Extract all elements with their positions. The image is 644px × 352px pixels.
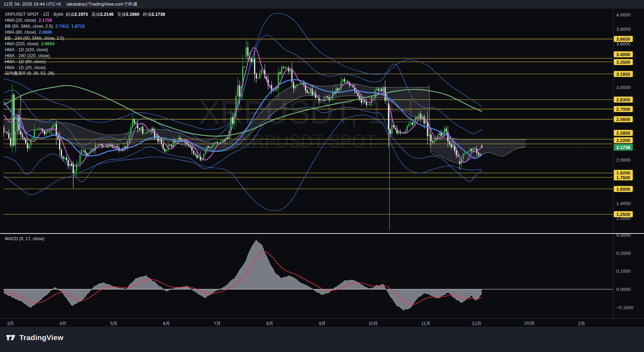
- time-axis-label[interactable]: 2026: [524, 320, 535, 326]
- time-axis-label[interactable]: 11月: [421, 320, 431, 327]
- time-axis-label[interactable]: 9月: [319, 320, 326, 327]
- level-price-label: 3.1850: [614, 71, 633, 77]
- ohlc-pair: 高値2.2146: [91, 12, 113, 18]
- indicator-name: BB · 240 (50, SMA, close, 2.5): [5, 36, 64, 41]
- indicator-value: 1.8715: [71, 24, 85, 29]
- indicator-value: 2.0686: [39, 30, 52, 35]
- pane-separator[interactable]: [0, 233, 644, 234]
- time-axis-label[interactable]: 5月: [111, 320, 118, 327]
- indicator-row[interactable]: HMA (20, close)2.1756: [5, 18, 165, 23]
- indicator-row[interactable]: HMA · 240 (320, close): [5, 53, 165, 59]
- current-price-label: 2.1738: [614, 144, 633, 151]
- ohlc-values: 始値2.1973高値2.2146安値2.1660終値2.1738: [66, 12, 165, 18]
- indicator-name: HMA (320, close): [5, 41, 39, 46]
- tradingview-logo[interactable]: TradingView: [6, 332, 64, 343]
- indicator-row[interactable]: HMA (320, close)2.6684: [5, 41, 165, 47]
- time-axis-label[interactable]: 8月: [266, 320, 273, 327]
- tradingview-chart-app: 12月 04, 2025 16:44 UTC+9、 takatabaがTradi…: [0, 0, 644, 352]
- time-axis-label[interactable]: 10月: [369, 320, 378, 327]
- macd-area: [4, 240, 482, 310]
- level-price-label: 3.4000: [614, 52, 633, 57]
- time-axis-label[interactable]: 7月: [214, 320, 221, 327]
- indicator-name: HMA · 1D (20, close): [5, 65, 46, 70]
- price-axis-label: 2.0000: [616, 157, 631, 163]
- level-price-label: 2.7000: [614, 106, 633, 112]
- level-price-label: 1.7600: [614, 174, 633, 180]
- indicator-name: BB (50, SMA, close, 2.5): [5, 24, 53, 29]
- indicator-row[interactable]: BB · 240 (50, SMA, close, 2.5): [5, 35, 165, 41]
- indicator-row[interactable]: HMA (80, close)2.0686: [5, 29, 165, 35]
- indicator-name: HMA · 240 (320, close): [5, 53, 50, 58]
- indicator-name: 目均衡表® (9, 26, 52, 26): [5, 70, 54, 76]
- time-axis-label[interactable]: 3月: [7, 320, 14, 327]
- level-price-label: 1.6000: [614, 186, 633, 192]
- macd-legend[interactable]: MACD (9, 17, close): [5, 236, 45, 241]
- macd-legend-text: MACD (9, 17, close): [5, 236, 45, 241]
- indicator-value: 2.7412: [55, 24, 69, 29]
- indicator-value: 2.6684: [41, 41, 54, 46]
- indicator-row[interactable]: HMA · 1D (80, close): [5, 59, 165, 65]
- level-price-label: 2.5600: [614, 116, 633, 122]
- macd-axis-label: 0.1000: [616, 269, 631, 274]
- indicator-row[interactable]: HMA · 1D (320, close): [5, 47, 165, 53]
- indicator-value: 2.1756: [39, 18, 52, 23]
- macd-axis-label: −0.1000: [616, 305, 633, 310]
- watermark-market: XRPUSDT SPOT: [240, 131, 376, 151]
- footer-bar: [0, 327, 644, 352]
- tradingview-logo-icon: [6, 332, 16, 343]
- level-price-label: 1.2500: [614, 211, 633, 217]
- ohlc-pair: 終値2.1738: [143, 12, 165, 18]
- indicator-row[interactable]: 目均衡表® (9, 26, 52, 26): [5, 70, 165, 76]
- time-axis-label[interactable]: 6月: [163, 320, 170, 327]
- indicator-name: HMA · 1D (80, close): [5, 59, 46, 64]
- time-axis-label[interactable]: 12月: [472, 320, 482, 327]
- price-axis-label: 4.0000: [616, 12, 631, 18]
- level-price-label: 2.2200: [614, 137, 633, 143]
- ohlc-pair: 安値2.1660: [117, 12, 139, 18]
- level-price-label: 2.2850: [614, 130, 633, 136]
- indicator-row[interactable]: HMA · 1D (20, close): [5, 65, 165, 70]
- macd-axis-label: 0.2000: [616, 250, 631, 256]
- macd-axis-label: 0.0000: [616, 287, 631, 292]
- level-price-label: 3.6650: [614, 36, 633, 42]
- price-axis-label: 1.4000: [616, 201, 631, 206]
- ohlc-pair: 始値2.1973: [66, 12, 88, 18]
- indicator-name: HMA · 1D (320, close): [5, 47, 48, 52]
- indicator-name: HMA (80, close): [5, 30, 36, 35]
- level-price-label: 2.8300: [614, 97, 633, 103]
- time-axis-label[interactable]: 4月: [60, 320, 67, 327]
- indicator-row[interactable]: BB (50, SMA, close, 2.5)2.74121.8715: [5, 23, 165, 29]
- time-axis-label[interactable]: 2月: [578, 320, 585, 327]
- indicator-legend: XRPUSDT SPOT · 1日 · Bybit始値2.1973高値2.214…: [5, 12, 165, 76]
- time-axis-separator: [0, 318, 644, 319]
- macd-pane[interactable]: [4, 240, 613, 310]
- price-axis-label: 3.0000: [616, 85, 631, 90]
- symbol-title-row[interactable]: XRPUSDT SPOT · 1日 · Bybit始値2.1973高値2.214…: [5, 12, 165, 18]
- indicator-name: HMA (20, close): [5, 18, 36, 23]
- symbol-title: XRPUSDT SPOT · 1日 · Bybit: [5, 12, 63, 18]
- tradingview-logo-text: TradingView: [19, 333, 64, 342]
- level-price-label: 3.3500: [614, 59, 633, 65]
- price-axis-label: 3.8000: [616, 27, 631, 32]
